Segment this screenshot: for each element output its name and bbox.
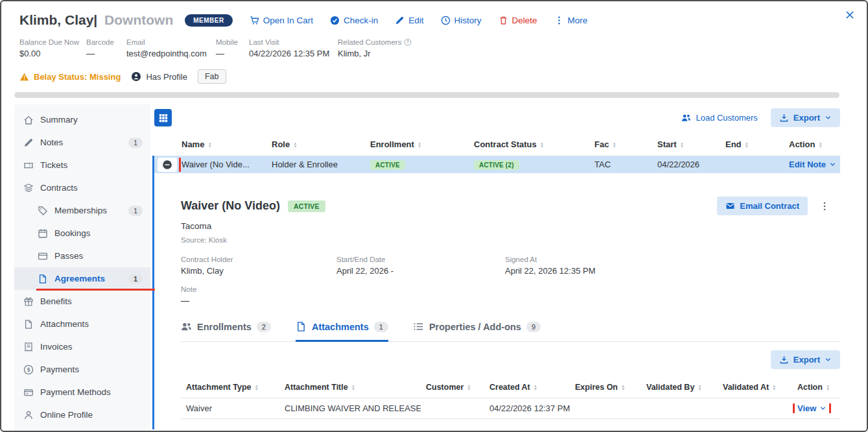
sidebar-item-passes[interactable]: Passes [14,245,150,267]
column-header-name[interactable]: Name▲▼ [182,139,272,149]
layers-icon [23,183,34,193]
column-header-attachment-title[interactable]: Attachment Title▲▼ [279,383,421,392]
contracts-table-header: Name▲▼ Role▲▼ Enrollment▲▼ Contract Stat… [154,135,840,154]
sidebar-item-tickets[interactable]: Tickets [14,154,150,176]
column-header-validated-at[interactable]: Validated At▲▼ [718,383,792,392]
edit-button[interactable]: Edit [395,16,423,25]
minus-circle-icon [162,160,172,170]
customer-name: Klimb, Clay| [19,12,97,27]
last-visit-field: Last Visit 04/22/2026 12:35 PM [249,38,338,58]
calendar-icon [38,228,48,239]
download-icon [779,113,789,123]
table-settings-button[interactable] [154,109,172,126]
view-attachment-button[interactable]: View [797,403,827,413]
sort-icon: ▲▼ [818,141,822,148]
ticket-icon [23,160,34,171]
tab-attachments[interactable]: Attachments 1 [296,321,388,342]
close-icon[interactable] [845,10,855,23]
attachments-table-header: Attachment Type▲▼ Attachment Title▲▼ Cus… [181,377,840,398]
attachment-table-row[interactable]: Waiver CLIMBING WAIVER AND RELEASE OF...… [181,398,840,419]
belay-status-warning: Belay Status: Missing [19,72,121,82]
customer-detail-window: Klimb, Clay| Downtown MEMBER Open In Car… [0,0,868,432]
sidebar-item-payment-methods[interactable]: Payment Methods [14,381,150,403]
row-start: 04/22/2026 [657,160,725,169]
tag-icon [38,206,48,216]
attachments-table: Attachment Type▲▼ Attachment Title▲▼ Cus… [181,377,840,419]
more-button[interactable]: More [554,16,588,25]
last-visit-label: Last Visit [249,38,279,46]
sidebar-item-invoices[interactable]: Invoices [14,335,150,358]
column-header-enrollment[interactable]: Enrollment▲▼ [370,139,474,149]
mobile-value: — [216,49,249,58]
customer-location: Downtown [104,12,173,27]
sidebar-item-online-profile[interactable]: Online Profile [14,403,150,426]
start-end-date-field: Start/End Date April 22, 2026 - [336,256,505,276]
has-profile-indicator: Has Profile [131,71,187,82]
edit-note-button[interactable]: Edit Note [789,160,836,169]
sort-icon: ▲▼ [254,384,258,390]
check-in-button[interactable]: Check-in [330,16,378,25]
main-content: Load Customers Export Name▲▼ Role▲▼ Enro… [150,104,867,431]
column-header-attachment-type[interactable]: Attachment Type▲▼ [181,383,279,392]
kebab-icon [554,16,564,25]
sidebar-item-summary[interactable]: Summary [14,108,150,131]
attachments-export-button[interactable]: Export [771,350,840,369]
contract-table-row[interactable]: Waiver (No Vide... Holder & Enrollee ACT… [154,156,840,173]
related-customer-link[interactable]: Klimb, Jr [338,49,412,58]
tab-label: Properties / Add-ons [429,322,521,332]
sidebar-item-payments[interactable]: $ Payments [14,358,150,381]
contract-holder-link[interactable]: Klimb, Clay [181,266,336,276]
collapse-row-button[interactable] [158,158,177,172]
column-header-expires-on[interactable]: Expires On▲▼ [570,383,641,392]
column-header-role[interactable]: Role▲▼ [272,139,370,149]
fab-tag: Fab [198,69,226,84]
history-button[interactable]: History [441,16,482,25]
sort-icon: ▲▼ [621,384,625,390]
sort-icon: ▲▼ [467,384,471,390]
tab-properties-addons[interactable]: Properties / Add-ons 9 [413,321,541,342]
sidebar-item-memberships[interactable]: Memberships 1 [14,199,150,222]
sort-icon: ▲▼ [826,384,830,390]
delete-button[interactable]: Delete [499,16,537,25]
signed-at-field: Signed At April 22, 2026 12:35 PM [505,256,840,276]
barcode-value: — [86,49,126,58]
last-visit-value: 04/22/2026 12:35 PM [249,49,338,58]
chevron-down-icon [825,114,832,121]
column-header-contract-status[interactable]: Contract Status▲▼ [474,139,594,149]
detail-tabs: Enrollments 2 Attachments 1 Properties /… [181,321,840,342]
load-customers-button[interactable]: Load Customers [681,113,757,123]
row-name: Waiver (No Vide... [182,160,272,169]
view-label: View [797,403,816,413]
sidebar-item-benefits[interactable]: Benefits [14,290,150,313]
sidebar-item-attachments[interactable]: Attachments [14,313,150,335]
column-header-validated-by[interactable]: Validated By▲▼ [641,383,718,392]
column-header-fac[interactable]: Fac▲▼ [594,139,657,149]
sidebar-item-bookings[interactable]: Bookings [14,222,150,245]
sidebar-item-label: Contracts [40,183,78,193]
kebab-menu-icon[interactable] [819,201,830,211]
edit-label: Edit [408,16,423,25]
email-contract-button[interactable]: Email Contract [717,197,808,215]
tab-label: Enrollments [197,322,252,332]
contract-status-badge: ACTIVE (2) [474,160,519,170]
enrollment-status-badge: ACTIVE [370,160,405,170]
open-in-cart-button[interactable]: Open In Cart [250,16,313,25]
sidebar-item-contracts[interactable]: Contracts [14,176,150,199]
home-icon [23,115,34,125]
column-header-start[interactable]: Start▲▼ [657,139,725,149]
export-button[interactable]: Export [771,108,840,127]
sidebar-item-label: Notes [40,138,63,147]
balance-due-value: $0.00 [19,49,86,58]
column-header-created-at[interactable]: Created At▲▼ [484,383,570,392]
sidebar-item-agreements[interactable]: Agreements 1 [14,267,150,290]
sort-icon: ▲▼ [540,141,544,148]
people-icon [681,113,691,123]
history-icon [441,16,451,25]
sidebar-item-notes[interactable]: Notes 1 [14,131,150,154]
question-circle-icon[interactable]: ? [404,38,412,46]
tab-enrollments[interactable]: Enrollments 2 [181,321,271,342]
column-header-customer[interactable]: Customer▲▼ [421,383,484,392]
horizontal-scrollbar[interactable] [14,92,839,98]
column-header-end[interactable]: End▲▼ [725,139,789,149]
check-in-label: Check-in [344,16,378,25]
